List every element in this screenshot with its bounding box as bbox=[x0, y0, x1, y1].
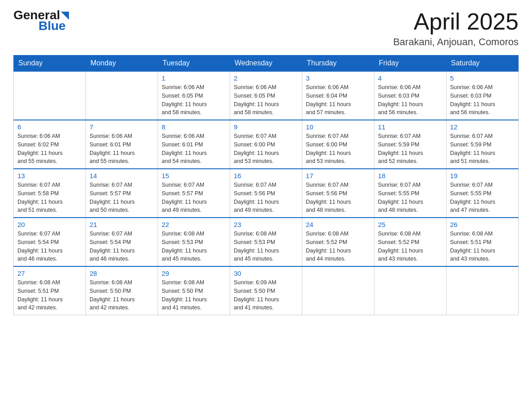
day-number: 24 bbox=[306, 221, 370, 228]
calendar-cell: 24Sunrise: 6:08 AMSunset: 5:52 PMDayligh… bbox=[302, 218, 374, 266]
col-sunday: Sunday bbox=[14, 56, 86, 72]
col-wednesday: Wednesday bbox=[230, 56, 302, 72]
day-number: 11 bbox=[378, 123, 442, 131]
day-info: Sunrise: 6:07 AMSunset: 5:59 PMDaylight:… bbox=[378, 132, 442, 166]
day-number: 17 bbox=[306, 172, 370, 180]
calendar-cell: 4Sunrise: 6:06 AMSunset: 6:03 PMDaylight… bbox=[374, 71, 446, 120]
day-number: 5 bbox=[450, 74, 515, 82]
day-info: Sunrise: 6:07 AMSunset: 5:59 PMDaylight:… bbox=[450, 132, 515, 166]
week-row-3: 13Sunrise: 6:07 AMSunset: 5:58 PMDayligh… bbox=[14, 169, 519, 218]
week-row-5: 27Sunrise: 6:08 AMSunset: 5:51 PMDayligh… bbox=[14, 266, 519, 315]
day-number: 28 bbox=[90, 270, 154, 277]
calendar-cell bbox=[302, 266, 374, 315]
day-info: Sunrise: 6:08 AMSunset: 5:52 PMDaylight:… bbox=[378, 230, 442, 263]
day-info: Sunrise: 6:08 AMSunset: 5:53 PMDaylight:… bbox=[162, 230, 226, 263]
day-info: Sunrise: 6:07 AMSunset: 5:57 PMDaylight:… bbox=[162, 181, 226, 214]
calendar-cell: 26Sunrise: 6:08 AMSunset: 5:51 PMDayligh… bbox=[446, 218, 519, 266]
calendar-cell: 21Sunrise: 6:07 AMSunset: 5:54 PMDayligh… bbox=[86, 218, 158, 266]
day-number: 23 bbox=[234, 221, 298, 228]
day-info: Sunrise: 6:09 AMSunset: 5:50 PMDaylight:… bbox=[234, 278, 298, 312]
day-info: Sunrise: 6:07 AMSunset: 5:55 PMDaylight:… bbox=[378, 181, 442, 214]
logo: General Blue bbox=[13, 9, 69, 32]
calendar-cell: 27Sunrise: 6:08 AMSunset: 5:51 PMDayligh… bbox=[14, 266, 86, 315]
calendar-cell: 5Sunrise: 6:06 AMSunset: 6:03 PMDaylight… bbox=[446, 71, 519, 120]
day-number: 15 bbox=[162, 172, 226, 180]
day-number: 8 bbox=[162, 123, 226, 131]
day-info: Sunrise: 6:07 AMSunset: 5:57 PMDaylight:… bbox=[90, 181, 154, 214]
day-info: Sunrise: 6:07 AMSunset: 6:00 PMDaylight:… bbox=[306, 132, 370, 166]
day-info: Sunrise: 6:08 AMSunset: 5:53 PMDaylight:… bbox=[234, 230, 298, 263]
calendar-cell: 10Sunrise: 6:07 AMSunset: 6:00 PMDayligh… bbox=[302, 120, 374, 169]
day-info: Sunrise: 6:07 AMSunset: 5:56 PMDaylight:… bbox=[306, 181, 370, 214]
calendar-cell: 15Sunrise: 6:07 AMSunset: 5:57 PMDayligh… bbox=[158, 169, 230, 218]
day-info: Sunrise: 6:08 AMSunset: 5:51 PMDaylight:… bbox=[450, 230, 515, 263]
month-year-title: April 2025 bbox=[393, 9, 519, 34]
week-row-2: 6Sunrise: 6:06 AMSunset: 6:02 PMDaylight… bbox=[14, 120, 519, 169]
calendar-header-row: Sunday Monday Tuesday Wednesday Thursday… bbox=[14, 56, 519, 72]
calendar-cell: 12Sunrise: 6:07 AMSunset: 5:59 PMDayligh… bbox=[446, 120, 519, 169]
location-subtitle: Barakani, Anjouan, Comoros bbox=[393, 36, 519, 48]
calendar-cell: 16Sunrise: 6:07 AMSunset: 5:56 PMDayligh… bbox=[230, 169, 302, 218]
day-info: Sunrise: 6:06 AMSunset: 6:03 PMDaylight:… bbox=[378, 83, 442, 117]
day-number: 2 bbox=[234, 74, 298, 82]
calendar-cell bbox=[374, 266, 446, 315]
calendar-cell bbox=[446, 266, 519, 315]
calendar-cell: 25Sunrise: 6:08 AMSunset: 5:52 PMDayligh… bbox=[374, 218, 446, 266]
day-info: Sunrise: 6:07 AMSunset: 6:00 PMDaylight:… bbox=[234, 132, 298, 166]
week-row-4: 20Sunrise: 6:07 AMSunset: 5:54 PMDayligh… bbox=[14, 218, 519, 266]
calendar-cell: 30Sunrise: 6:09 AMSunset: 5:50 PMDayligh… bbox=[230, 266, 302, 315]
day-info: Sunrise: 6:06 AMSunset: 6:04 PMDaylight:… bbox=[306, 83, 370, 117]
calendar-cell bbox=[86, 71, 158, 120]
day-number: 1 bbox=[162, 74, 226, 82]
day-info: Sunrise: 6:07 AMSunset: 5:56 PMDaylight:… bbox=[234, 181, 298, 214]
calendar-cell: 19Sunrise: 6:07 AMSunset: 5:55 PMDayligh… bbox=[446, 169, 519, 218]
day-number: 7 bbox=[90, 123, 154, 131]
calendar-cell: 23Sunrise: 6:08 AMSunset: 5:53 PMDayligh… bbox=[230, 218, 302, 266]
day-number: 25 bbox=[378, 221, 442, 228]
calendar-cell: 11Sunrise: 6:07 AMSunset: 5:59 PMDayligh… bbox=[374, 120, 446, 169]
calendar-cell: 18Sunrise: 6:07 AMSunset: 5:55 PMDayligh… bbox=[374, 169, 446, 218]
day-info: Sunrise: 6:07 AMSunset: 5:55 PMDaylight:… bbox=[450, 181, 515, 214]
calendar-cell: 7Sunrise: 6:06 AMSunset: 6:01 PMDaylight… bbox=[86, 120, 158, 169]
calendar-cell: 13Sunrise: 6:07 AMSunset: 5:58 PMDayligh… bbox=[14, 169, 86, 218]
day-info: Sunrise: 6:07 AMSunset: 5:58 PMDaylight:… bbox=[17, 181, 82, 214]
col-friday: Friday bbox=[374, 56, 446, 72]
calendar-cell bbox=[14, 71, 86, 120]
day-info: Sunrise: 6:06 AMSunset: 6:01 PMDaylight:… bbox=[162, 132, 226, 166]
calendar-cell: 14Sunrise: 6:07 AMSunset: 5:57 PMDayligh… bbox=[86, 169, 158, 218]
day-number: 26 bbox=[450, 221, 515, 228]
day-info: Sunrise: 6:07 AMSunset: 5:54 PMDaylight:… bbox=[17, 230, 82, 263]
day-number: 4 bbox=[378, 74, 442, 82]
title-block: April 2025 Barakani, Anjouan, Comoros bbox=[393, 9, 519, 48]
day-info: Sunrise: 6:06 AMSunset: 6:03 PMDaylight:… bbox=[450, 83, 515, 117]
calendar-table: Sunday Monday Tuesday Wednesday Thursday… bbox=[13, 55, 519, 315]
logo-blue-text: Blue bbox=[39, 20, 66, 32]
day-info: Sunrise: 6:08 AMSunset: 5:50 PMDaylight:… bbox=[162, 278, 226, 312]
day-number: 22 bbox=[162, 221, 226, 228]
day-number: 3 bbox=[306, 74, 370, 82]
day-number: 13 bbox=[17, 172, 82, 180]
day-info: Sunrise: 6:06 AMSunset: 6:02 PMDaylight:… bbox=[17, 132, 82, 166]
day-number: 19 bbox=[450, 172, 515, 180]
day-number: 12 bbox=[450, 123, 515, 131]
day-info: Sunrise: 6:06 AMSunset: 6:05 PMDaylight:… bbox=[162, 83, 226, 117]
day-number: 9 bbox=[234, 123, 298, 131]
col-saturday: Saturday bbox=[446, 56, 519, 72]
day-info: Sunrise: 6:06 AMSunset: 6:05 PMDaylight:… bbox=[234, 83, 298, 117]
calendar-cell: 28Sunrise: 6:08 AMSunset: 5:50 PMDayligh… bbox=[86, 266, 158, 315]
day-number: 21 bbox=[90, 221, 154, 228]
calendar-cell: 8Sunrise: 6:06 AMSunset: 6:01 PMDaylight… bbox=[158, 120, 230, 169]
day-info: Sunrise: 6:08 AMSunset: 5:52 PMDaylight:… bbox=[306, 230, 370, 263]
day-info: Sunrise: 6:06 AMSunset: 6:01 PMDaylight:… bbox=[90, 132, 154, 166]
calendar-cell: 22Sunrise: 6:08 AMSunset: 5:53 PMDayligh… bbox=[158, 218, 230, 266]
day-number: 14 bbox=[90, 172, 154, 180]
calendar-cell: 9Sunrise: 6:07 AMSunset: 6:00 PMDaylight… bbox=[230, 120, 302, 169]
day-number: 10 bbox=[306, 123, 370, 131]
day-number: 16 bbox=[234, 172, 298, 180]
week-row-1: 1Sunrise: 6:06 AMSunset: 6:05 PMDaylight… bbox=[14, 71, 519, 120]
calendar-cell: 3Sunrise: 6:06 AMSunset: 6:04 PMDaylight… bbox=[302, 71, 374, 120]
calendar-cell: 2Sunrise: 6:06 AMSunset: 6:05 PMDaylight… bbox=[230, 71, 302, 120]
day-info: Sunrise: 6:07 AMSunset: 5:54 PMDaylight:… bbox=[90, 230, 154, 263]
col-thursday: Thursday bbox=[302, 56, 374, 72]
calendar-cell: 20Sunrise: 6:07 AMSunset: 5:54 PMDayligh… bbox=[14, 218, 86, 266]
